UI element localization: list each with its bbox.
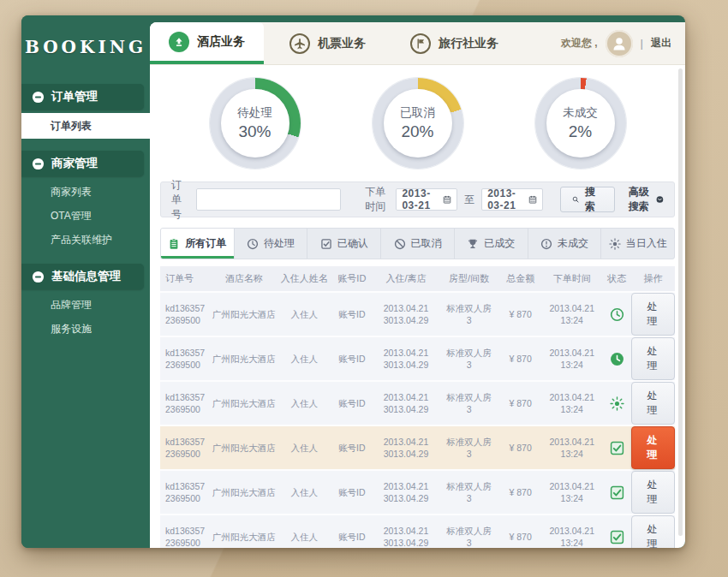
sidebar: BOOKING 订单管理订单列表商家管理商家列表OTA管理产品关联维护基础信息管… bbox=[21, 15, 150, 548]
search-bar: 订单号 下单时间 2013-03-21 至 2013-03-21 搜 索 高级 bbox=[160, 181, 675, 217]
column-header: 入住人姓名 bbox=[278, 266, 330, 292]
sidebar-item[interactable]: 品牌管理 bbox=[21, 293, 150, 317]
donut-label: 已取消 bbox=[400, 105, 435, 121]
filter-tab-label: 已取消 bbox=[411, 236, 442, 251]
sun-green-icon bbox=[603, 396, 631, 411]
filter-tab-clipboard[interactable]: 所有订单 bbox=[161, 229, 235, 259]
welcome-text: 欢迎您 , bbox=[561, 36, 598, 51]
search-button[interactable]: 搜 索 bbox=[560, 187, 615, 212]
process-button[interactable]: 处 理 bbox=[631, 382, 675, 425]
cell-status bbox=[603, 381, 631, 425]
process-button[interactable]: 处 理 bbox=[631, 293, 675, 336]
cell-stay: 2013.04.213013.04.29 bbox=[373, 292, 438, 336]
cell-order-no: kd1363572369500 bbox=[160, 292, 209, 336]
order-no-input[interactable] bbox=[196, 188, 341, 211]
process-button[interactable]: 处 理 bbox=[631, 426, 675, 469]
date-to-value: 2013-03-21 bbox=[487, 187, 528, 211]
sidebar-section-title-0[interactable]: 订单管理 bbox=[21, 84, 144, 110]
sidebar-section: 订单管理订单列表 bbox=[21, 84, 150, 139]
nav-tab-hotel[interactable]: 酒店业务 bbox=[150, 22, 264, 64]
calendar-icon bbox=[443, 193, 451, 205]
table-row: kd1363572369500广州阳光大酒店入住人账号ID2013.04.213… bbox=[160, 515, 675, 548]
filter-tab-label: 未成交 bbox=[558, 236, 588, 251]
donut-label: 未成交 bbox=[563, 105, 598, 121]
filter-tab-sun[interactable]: 当日入住 bbox=[601, 229, 674, 259]
search-button-label: 搜 索 bbox=[585, 185, 603, 214]
cell-action: 处 理 bbox=[631, 381, 675, 425]
sidebar-section-title-2[interactable]: 基础信息管理 bbox=[21, 264, 144, 289]
cell-stay: 2013.04.213013.04.29 bbox=[373, 515, 438, 548]
filter-tab-label: 已确认 bbox=[337, 236, 368, 251]
cell-action: 处 理 bbox=[631, 470, 675, 515]
process-button[interactable]: 处 理 bbox=[631, 515, 675, 548]
filter-tab-exclaim-circle[interactable]: 未成交 bbox=[528, 229, 602, 259]
filter-tab-label: 所有订单 bbox=[185, 236, 226, 251]
sidebar-section-title-1[interactable]: 商家管理 bbox=[21, 151, 144, 176]
minus-circle-icon bbox=[32, 271, 45, 283]
cell-room: 标准双人房3 bbox=[439, 515, 500, 548]
cell-room: 标准双人房3 bbox=[439, 381, 500, 425]
cell-status bbox=[603, 336, 631, 381]
column-header: 酒店名称 bbox=[209, 266, 278, 292]
sidebar-item[interactable]: OTA管理 bbox=[21, 204, 150, 228]
sidebar-item[interactable]: 订单列表 bbox=[21, 113, 150, 139]
cell-room: 标准双人房3 bbox=[439, 292, 500, 336]
cell-amount: ¥ 870 bbox=[500, 515, 541, 548]
nav-tab-plane[interactable]: 机票业务 bbox=[271, 22, 385, 64]
date-from-picker[interactable]: 2013-03-21 bbox=[396, 188, 457, 211]
donut-value: 30% bbox=[238, 122, 271, 141]
cell-status bbox=[603, 515, 631, 548]
filter-tab-label: 当日入住 bbox=[626, 236, 667, 251]
advanced-search-toggle[interactable]: 高级搜索 bbox=[629, 185, 664, 214]
cell-room: 标准双人房3 bbox=[439, 425, 500, 470]
cell-ordered: 2013.04.2113:24 bbox=[541, 425, 603, 470]
nav-tab-label: 旅行社业务 bbox=[439, 36, 498, 51]
calendar-icon bbox=[528, 193, 537, 205]
sidebar-section: 基础信息管理品牌管理服务设施 bbox=[21, 264, 150, 341]
date-to-picker[interactable]: 2013-03-21 bbox=[481, 188, 543, 211]
section-title-label: 订单管理 bbox=[51, 89, 98, 104]
order-no-label: 订单号 bbox=[171, 178, 189, 222]
column-header: 房型/间数 bbox=[439, 266, 500, 292]
advanced-search-label: 高级搜索 bbox=[629, 185, 651, 214]
vertical-scrollbar[interactable] bbox=[678, 68, 683, 536]
column-header: 下单时间 bbox=[541, 266, 603, 292]
column-header: 总金额 bbox=[500, 266, 541, 292]
sidebar-item[interactable]: 服务设施 bbox=[21, 317, 150, 341]
donut-chart: 已取消20% bbox=[373, 78, 463, 169]
sidebar-item[interactable]: 商家列表 bbox=[21, 180, 150, 204]
table-row: kd1363572369500广州阳光大酒店入住人账号ID2013.04.213… bbox=[160, 381, 675, 425]
process-button[interactable]: 处 理 bbox=[631, 337, 675, 380]
sidebar-item[interactable]: 产品关联维护 bbox=[21, 228, 150, 252]
process-button[interactable]: 处 理 bbox=[631, 471, 675, 514]
filter-tab-trophy[interactable]: 已成交 bbox=[455, 229, 528, 259]
filter-tab-check-square[interactable]: 已确认 bbox=[307, 229, 381, 259]
cell-status bbox=[603, 470, 631, 515]
cell-hotel: 广州阳光大酒店 bbox=[209, 381, 278, 425]
filter-tab-label: 已成交 bbox=[484, 236, 515, 251]
clock-filled-icon bbox=[603, 352, 631, 366]
cell-hotel: 广州阳光大酒店 bbox=[209, 425, 278, 470]
filter-tab-ban[interactable]: 已取消 bbox=[381, 229, 455, 259]
cell-account: 账号ID bbox=[330, 470, 373, 515]
logout-link[interactable]: 退出 bbox=[651, 36, 671, 51]
cell-order-no: kd1363572369500 bbox=[160, 336, 209, 381]
app-window: BOOKING 订单管理订单列表商家管理商家列表OTA管理产品关联维护基础信息管… bbox=[21, 15, 685, 548]
nav-tab-label: 酒店业务 bbox=[197, 34, 245, 50]
orders-table: 订单号酒店名称入住人姓名账号ID入住/离店房型/间数总金额下单时间状态操作 kd… bbox=[160, 266, 675, 548]
cell-hotel: 广州阳光大酒店 bbox=[209, 292, 278, 336]
cell-ordered: 2013.04.2113:24 bbox=[541, 381, 603, 425]
donut-chart: 未成交2% bbox=[535, 78, 626, 169]
section-title-label: 商家管理 bbox=[51, 156, 98, 171]
section-title-label: 基础信息管理 bbox=[51, 269, 121, 284]
user-area: 欢迎您 , | 退出 bbox=[561, 22, 685, 64]
cell-status bbox=[603, 292, 631, 336]
cell-guest: 入住人 bbox=[278, 292, 330, 336]
cell-ordered: 2013.04.2113:24 bbox=[541, 336, 603, 381]
check-green-icon bbox=[603, 485, 631, 500]
column-header: 订单号 bbox=[160, 266, 209, 292]
column-header: 入住/离店 bbox=[373, 266, 438, 292]
hotel-icon bbox=[169, 32, 189, 52]
nav-tab-flag[interactable]: 旅行社业务 bbox=[391, 22, 517, 64]
filter-tab-clock[interactable]: 待处理 bbox=[235, 229, 308, 259]
